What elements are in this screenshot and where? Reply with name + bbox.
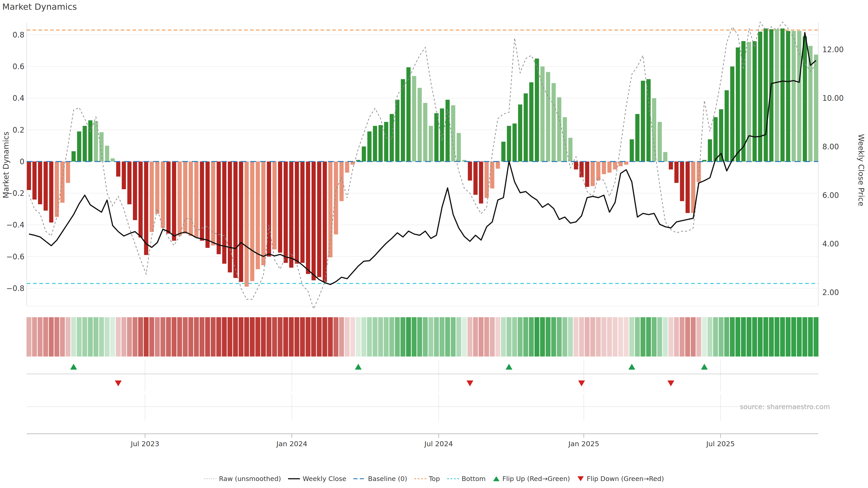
heatmap-cell <box>378 317 383 357</box>
heatmap-cell <box>423 317 428 357</box>
oscillator-bar <box>43 162 48 210</box>
oscillator-bar <box>513 124 517 162</box>
heatmap-cell <box>233 317 238 357</box>
oscillator-bar <box>618 162 623 166</box>
heatmap-cell <box>451 317 456 357</box>
heatmap-cell <box>311 317 316 357</box>
oscillator-bar <box>206 162 210 248</box>
heatmap-cell <box>328 317 333 357</box>
oscillator-bar <box>725 90 729 162</box>
legend-item-bottom: Bottom <box>447 475 486 483</box>
oscillator-bar <box>792 31 796 162</box>
flip-up-marker <box>355 364 362 369</box>
legend-item-close: Weekly Close <box>288 475 346 483</box>
heatmap-cell <box>641 317 646 357</box>
oscillator-bar <box>775 29 779 161</box>
oscillator-bar <box>814 55 818 162</box>
legend-item-flip-up: Flip Up (Red→Green) <box>493 475 570 483</box>
oscillator-bar <box>563 117 567 162</box>
heatmap-cell <box>479 317 484 357</box>
oscillator-bar <box>468 162 472 181</box>
oscillator-bar <box>501 142 506 162</box>
heatmap-cell <box>406 317 411 357</box>
oscillator-bar <box>680 162 684 201</box>
heatmap-cell <box>255 317 260 357</box>
heatmap-cell <box>205 317 210 357</box>
oscillator-bar <box>60 162 65 203</box>
heatmap-cell <box>283 317 288 357</box>
oscillator-bar <box>27 162 31 190</box>
oscillator-bar <box>222 162 226 264</box>
oscillator-bar <box>485 162 489 198</box>
oscillator-bar <box>708 139 712 162</box>
heatmap-cell <box>339 317 344 357</box>
oscillator-bars <box>27 29 818 287</box>
heatmap-cell <box>763 317 768 357</box>
oscillator-bar <box>674 162 679 183</box>
heatmap-cell <box>160 317 165 357</box>
oscillator-bar <box>138 162 143 238</box>
x-axis-tick: Jul 2023 <box>131 440 159 448</box>
heatmap-cell <box>244 317 249 357</box>
heatmap-cell <box>758 317 763 357</box>
heatmap-cell <box>216 317 221 357</box>
oscillator-bar <box>730 66 735 162</box>
left-axis-tick: 0 <box>3 157 24 166</box>
oscillator-bar <box>189 162 193 236</box>
oscillator-bar <box>306 162 310 274</box>
heatmap-cell <box>149 317 154 357</box>
oscillator-bar <box>764 29 768 162</box>
oscillator-bar <box>284 162 288 263</box>
oscillator-bar <box>401 79 405 162</box>
heatmap-cell <box>557 317 562 357</box>
oscillator-bar <box>479 162 483 203</box>
oscillator-bar <box>99 132 104 162</box>
heatmap-cell <box>317 317 322 357</box>
oscillator-bar <box>758 32 763 162</box>
oscillator-bar <box>323 162 327 282</box>
oscillator-bar <box>245 162 249 287</box>
oscillator-bar <box>417 88 422 162</box>
legend: Raw (unsmoothed) Weekly Close Baseline (… <box>204 475 664 483</box>
oscillator-bar <box>261 162 266 265</box>
legend-label: Raw (unsmoothed) <box>219 475 281 483</box>
heatmap-cell <box>199 317 205 357</box>
legend-label: Weekly Close <box>303 475 346 483</box>
flip-up-triangle-icon <box>493 475 500 482</box>
legend-item-raw: Raw (unsmoothed) <box>204 475 281 483</box>
legend-label: Bottom <box>462 475 486 483</box>
oscillator-bar <box>55 162 59 217</box>
heatmap-cell <box>121 317 126 357</box>
heatmap-cell <box>568 317 573 357</box>
flip-down-marker <box>467 381 473 386</box>
left-axis-tick: −0.8 <box>3 284 24 293</box>
oscillator-bar <box>591 162 595 186</box>
heatmap-cell <box>512 317 517 357</box>
heatmap-cell <box>183 317 188 357</box>
heatmap-cell <box>395 317 400 357</box>
heatmap-cell <box>680 317 685 357</box>
top-line-swatch-icon <box>414 476 427 482</box>
heatmap-cell <box>523 317 528 357</box>
heatmap-cell <box>77 317 82 357</box>
heatmap-cell <box>172 317 177 357</box>
oscillator-bar <box>786 31 790 162</box>
oscillator-bar <box>524 93 528 162</box>
oscillator-bar <box>552 83 556 162</box>
heatmap-cell <box>26 317 31 357</box>
heatmap-cell <box>808 317 813 357</box>
oscillator-bar <box>636 114 640 162</box>
flip-down-triangle-icon <box>577 475 585 482</box>
x-axis-tick: Jan 2025 <box>568 440 599 448</box>
oscillator-bar <box>267 162 271 257</box>
oscillator-bar <box>111 158 115 162</box>
heatmap-cell <box>401 317 405 357</box>
source-note: source: sharemaestro.com <box>740 403 830 411</box>
heatmap-cell <box>669 317 673 357</box>
heatmap-cell <box>708 317 712 357</box>
close-line-swatch-icon <box>288 476 301 482</box>
oscillator-bar <box>71 151 76 162</box>
oscillator-bar <box>429 126 433 162</box>
oscillator-bar <box>301 162 305 263</box>
heatmap-cell <box>412 317 416 357</box>
